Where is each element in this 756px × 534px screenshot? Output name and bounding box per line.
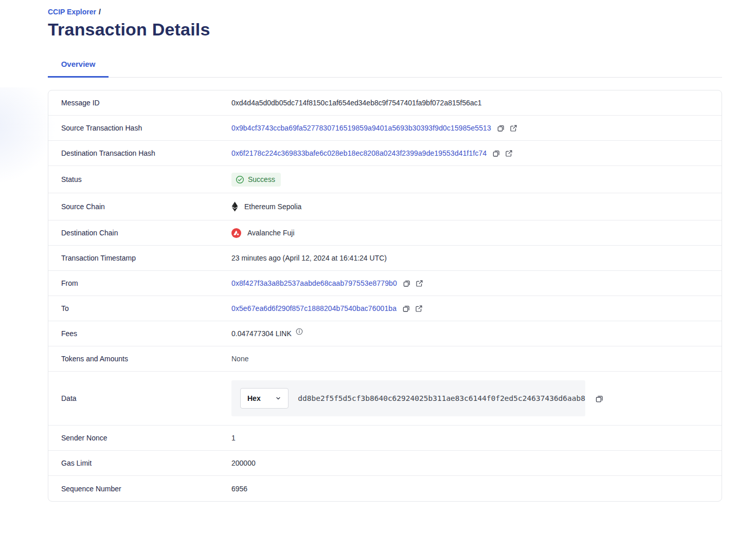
external-link-icon[interactable] xyxy=(505,150,513,157)
row-label: Source Chain xyxy=(61,202,231,211)
table-row-fees: Fees 0.047477304 LINK xyxy=(48,321,722,346)
breadcrumb-link-ccip-explorer[interactable]: CCIP Explorer xyxy=(48,8,96,16)
row-label: Fees xyxy=(61,329,231,338)
ethereum-icon xyxy=(231,201,238,212)
info-icon[interactable] xyxy=(296,328,303,335)
row-label: Sequence Number xyxy=(61,485,231,493)
table-row-sender-nonce: Sender Nonce 1 xyxy=(48,426,722,451)
table-row-to: To 0x5e67ea6d6f290f857c1888204b7540bac76… xyxy=(48,296,722,321)
check-circle-icon xyxy=(236,175,244,184)
external-link-icon[interactable] xyxy=(416,280,423,287)
row-label: To xyxy=(61,304,231,312)
table-row-status: Status Success xyxy=(48,166,722,193)
tab-overview[interactable]: Overview xyxy=(48,60,109,78)
external-link-icon[interactable] xyxy=(510,124,517,132)
breadcrumb-separator: / xyxy=(99,8,101,16)
timestamp-value: 23 minutes ago (April 12, 2024 at 16:41:… xyxy=(231,254,387,262)
table-row-destination-chain: Destination Chain Avalanche Fuji xyxy=(48,220,722,246)
chevron-down-icon xyxy=(275,395,281,401)
row-label: Gas Limit xyxy=(61,459,231,467)
data-panel: Hex dd8be2f5f5d5cf3b8640c62924025b311ae8… xyxy=(231,380,585,416)
sender-nonce-value: 1 xyxy=(231,434,236,442)
destination-chain-name: Avalanche Fuji xyxy=(247,229,295,237)
transaction-details-table: Message ID 0xd4d4a5d0db05dc714f8150c1af6… xyxy=(48,90,722,502)
row-label: Destination Transaction Hash xyxy=(61,149,231,157)
fees-value: 0.047477304 LINK xyxy=(231,329,292,338)
breadcrumb: CCIP Explorer/ xyxy=(48,0,722,16)
row-label: Transaction Timestamp xyxy=(61,254,231,262)
data-hex-value: dd8be2f5f5d5cf3b8640c62924025b311ae83c61… xyxy=(298,394,585,402)
tab-bar: Overview xyxy=(48,60,722,78)
source-chain-name: Ethereum Sepolia xyxy=(244,202,301,211)
gas-limit-value: 200000 xyxy=(231,459,256,467)
copy-icon[interactable] xyxy=(595,394,604,403)
from-address-link[interactable]: 0x8f427f3a3a8b2537aabde68caab797553e8779… xyxy=(231,279,397,287)
row-label: Message ID xyxy=(61,99,231,107)
main-content: CCIP Explorer/ Transaction Details Overv… xyxy=(48,0,722,502)
table-row-source-chain: Source Chain Ethereum Sepolia xyxy=(48,193,722,220)
table-row-source-tx-hash: Source Transaction Hash 0x9b4cf3743ccba6… xyxy=(48,116,722,141)
copy-icon[interactable] xyxy=(492,149,500,157)
avalanche-icon xyxy=(231,228,241,238)
sequence-number-value: 6956 xyxy=(231,485,247,493)
data-format-select[interactable]: Hex xyxy=(240,388,289,409)
row-label: Status xyxy=(61,175,231,183)
table-row-tokens-and-amounts: Tokens and Amounts None xyxy=(48,346,722,372)
tokens-and-amounts-value: None xyxy=(231,355,248,363)
copy-icon[interactable] xyxy=(402,304,410,312)
row-label: Destination Chain xyxy=(61,229,231,237)
row-label: Sender Nonce xyxy=(61,434,231,442)
table-row-data: Data Hex dd8be2f5f5d5cf3b8640c62924025b3… xyxy=(48,372,722,426)
table-row-sequence-number: Sequence Number 6956 xyxy=(48,476,722,501)
copy-icon[interactable] xyxy=(403,279,411,287)
table-row-transaction-timestamp: Transaction Timestamp 23 minutes ago (Ap… xyxy=(48,246,722,271)
row-label: From xyxy=(61,279,231,287)
message-id-value: 0xd4d4a5d0db05dc714f8150c1af654ed34eb8c9… xyxy=(231,99,482,107)
table-row-gas-limit: Gas Limit 200000 xyxy=(48,451,722,476)
status-text: Success xyxy=(248,175,275,183)
source-tx-hash-link[interactable]: 0x9b4cf3743ccba69fa5277830716519859a9401… xyxy=(231,124,491,132)
destination-tx-hash-link[interactable]: 0x6f2178c224c369833bafe6c028eb18ec8208a0… xyxy=(231,149,487,157)
table-row-from: From 0x8f427f3a3a8b2537aabde68caab797553… xyxy=(48,271,722,296)
data-format-selected: Hex xyxy=(247,394,261,402)
copy-icon[interactable] xyxy=(497,124,505,132)
external-link-icon[interactable] xyxy=(415,305,423,312)
to-address-link[interactable]: 0x5e67ea6d6f290f857c1888204b7540bac76001… xyxy=(231,304,397,312)
row-label: Tokens and Amounts xyxy=(61,355,231,363)
status-badge: Success xyxy=(231,173,281,187)
page-title: Transaction Details xyxy=(48,20,722,40)
row-label: Data xyxy=(61,394,231,402)
row-label: Source Transaction Hash xyxy=(61,124,231,132)
table-row-destination-tx-hash: Destination Transaction Hash 0x6f2178c22… xyxy=(48,141,722,166)
table-row-message-id: Message ID 0xd4d4a5d0db05dc714f8150c1af6… xyxy=(48,90,722,116)
